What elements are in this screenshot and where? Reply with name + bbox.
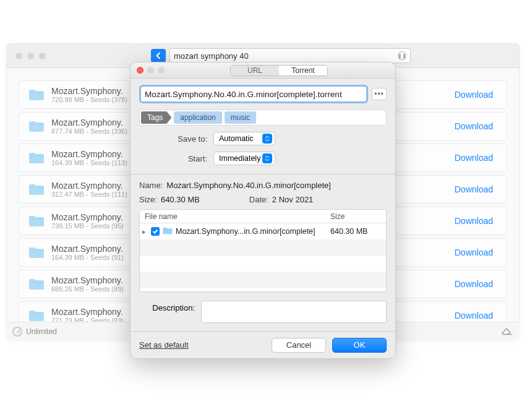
dialog-titlebar: URL Torrent: [131, 62, 395, 79]
description-input[interactable]: [201, 301, 387, 323]
result-subtitle: 738.15 MB - Seeds (95): [51, 222, 135, 230]
tags-label-chip: Tags: [141, 111, 171, 124]
folder-icon: [28, 277, 45, 291]
name-label: Name:: [139, 181, 163, 190]
set-default-link[interactable]: Set as default: [139, 340, 189, 350]
back-button[interactable]: [151, 49, 166, 62]
file-name: Mozart.Symphony...in.G.minor[complete]: [173, 227, 330, 236]
folder-icon: [162, 226, 173, 237]
file-row-empty: [140, 272, 386, 288]
chevron-down-icon: [262, 153, 272, 163]
result-title: Mozart.Symphony.: [51, 212, 135, 222]
chevron-down-icon: [262, 134, 272, 144]
search-text: mozart symphony 40: [174, 51, 249, 61]
speed-label: Unlimited: [26, 327, 57, 336]
result-subtitle: 312.47 MB - Seeds (111): [51, 191, 135, 198]
result-subtitle: 677.74 MB - Seeds (336): [51, 127, 135, 135]
result-title: Mozart.Symphony.: [51, 181, 135, 191]
filename-input[interactable]: [145, 90, 363, 99]
close-icon[interactable]: [137, 67, 144, 74]
col-size[interactable]: Size: [330, 212, 386, 221]
download-link[interactable]: Download: [455, 153, 493, 163]
result-title: Mozart.Symphony.: [51, 275, 135, 285]
saveto-value: Automatic: [219, 134, 254, 143]
window-zoom-icon[interactable]: [39, 53, 46, 59]
start-select[interactable]: Immediately: [213, 152, 275, 165]
saveto-select[interactable]: Automatic: [213, 132, 275, 145]
folder-icon: [28, 246, 45, 259]
size-label: Size:: [139, 195, 157, 204]
result-subtitle: 688.26 MB - Seeds (89): [51, 285, 135, 293]
result-title: Mozart.Symphony.: [51, 118, 135, 127]
description-label: Description:: [139, 301, 201, 323]
file-row-empty: [140, 256, 386, 272]
tags-field[interactable]: Tags application music: [139, 110, 387, 126]
window-close-icon[interactable]: [15, 53, 22, 59]
filename-field-wrap: [139, 85, 368, 103]
ok-button[interactable]: OK: [332, 338, 387, 353]
result-title: Mozart.Symphony.: [51, 307, 135, 317]
start-label: Start:: [139, 154, 213, 163]
tag-music[interactable]: music: [225, 111, 256, 124]
tab-url[interactable]: URL: [231, 66, 279, 75]
search-input[interactable]: mozart symphony 40 ❚❚: [169, 48, 411, 63]
folder-icon: [28, 183, 45, 196]
zoom-icon: [158, 67, 165, 74]
size-value: 640.30 MB: [161, 195, 200, 204]
saveto-label: Save to:: [139, 134, 213, 144]
result-subtitle: 720.98 MB - Seeds (378): [51, 96, 135, 103]
col-filename[interactable]: File name: [140, 212, 330, 221]
folder-icon: [28, 151, 45, 165]
download-link[interactable]: Download: [455, 311, 493, 321]
dialog-footer: Set as default Cancel OK: [131, 331, 395, 358]
download-link[interactable]: Download: [455, 184, 493, 194]
date-value: 2 Nov 2021: [272, 195, 314, 204]
tag-application[interactable]: application: [174, 111, 221, 124]
download-link[interactable]: Download: [455, 279, 493, 289]
tab-torrent[interactable]: Torrent: [279, 66, 327, 75]
folder-icon: [28, 214, 45, 228]
disclosure-icon[interactable]: ▸: [140, 228, 148, 236]
result-subtitle: 164.39 MB - Seeds (91): [51, 254, 135, 261]
speed-gauge-icon: [12, 327, 22, 337]
file-checkbox[interactable]: [151, 227, 160, 236]
folder-icon: [28, 309, 45, 322]
start-value: Immediately: [219, 154, 260, 163]
file-row[interactable]: ▸ Mozart.Symphony...in.G.minor[complete]…: [140, 223, 386, 239]
result-title: Mozart.Symphony.: [51, 86, 135, 96]
file-table: File name Size ▸ Mozart.Symphony...in.G.…: [139, 209, 387, 292]
download-link[interactable]: Download: [455, 121, 493, 131]
name-value: Mozart.Symphony.No.40.in.G.minor[complet…: [166, 181, 331, 190]
download-link[interactable]: Download: [455, 216, 493, 226]
result-subtitle: 164.39 MB - Seeds (113): [51, 159, 135, 166]
pause-icon[interactable]: ❚❚: [398, 51, 406, 60]
window-minimize-icon[interactable]: [27, 53, 34, 59]
add-torrent-dialog: URL Torrent ••• Tags application music S…: [130, 62, 396, 359]
date-label: Date:: [249, 195, 268, 204]
chevron-left-icon: [155, 52, 162, 59]
folder-icon: [28, 88, 45, 101]
cancel-button[interactable]: Cancel: [272, 338, 326, 353]
clear-button[interactable]: [500, 324, 513, 340]
file-row-empty: [140, 239, 386, 256]
result-title: Mozart.Symphony.: [51, 149, 135, 159]
download-link[interactable]: Download: [455, 90, 493, 100]
source-tabs: URL Torrent: [230, 65, 328, 76]
result-title: Mozart.Symphony.: [51, 244, 135, 254]
folder-icon: [28, 119, 45, 133]
download-link[interactable]: Download: [455, 248, 493, 257]
minimize-icon: [147, 67, 154, 74]
file-size: 640.30 MB: [330, 227, 386, 236]
browse-button[interactable]: •••: [372, 88, 387, 100]
